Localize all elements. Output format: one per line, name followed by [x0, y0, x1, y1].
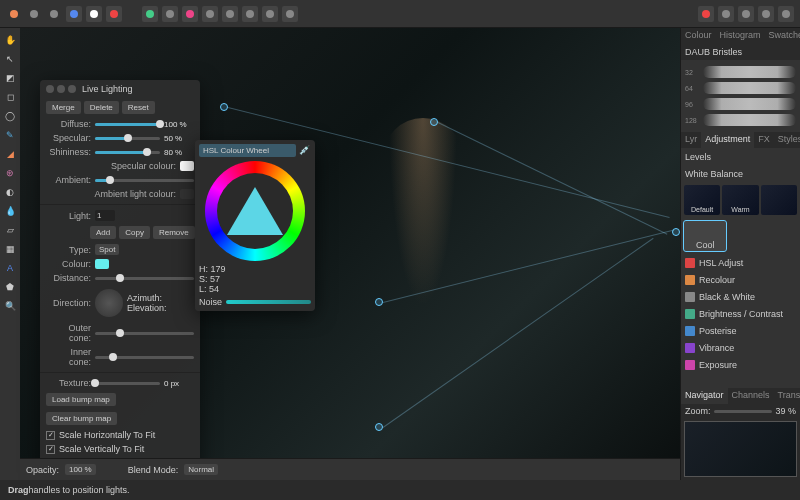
colour-mode-select[interactable]: HSL Colour Wheel — [199, 144, 296, 157]
minus-icon[interactable] — [718, 6, 734, 22]
preset-blank[interactable] — [761, 185, 797, 215]
nav-icon[interactable] — [162, 6, 178, 22]
tab-adjustment[interactable]: Adjustment — [701, 132, 754, 148]
light-handle[interactable] — [220, 103, 228, 111]
fill-tool-icon[interactable]: ◢ — [2, 146, 18, 162]
crop-tool-icon[interactable]: ◩ — [2, 70, 18, 86]
contrast-icon[interactable] — [86, 6, 102, 22]
tab-styles[interactable]: Styles — [774, 132, 800, 148]
sync-icon[interactable] — [698, 6, 714, 22]
selection-tool-icon[interactable]: ▦ — [2, 241, 18, 257]
load-bump-button[interactable]: Load bump map — [46, 393, 116, 406]
adjustment-black-white[interactable]: Black & White — [681, 288, 800, 305]
ambient-slider[interactable] — [95, 179, 194, 182]
noise-slider[interactable] — [226, 300, 311, 304]
light-index-input[interactable]: 1 — [95, 210, 115, 221]
adjustment-brightness-contrast[interactable]: Brightness / Contrast — [681, 305, 800, 322]
preset-default[interactable]: Default — [684, 185, 720, 215]
scale-h-checkbox[interactable]: ✓ — [46, 431, 55, 440]
light-handle[interactable] — [375, 298, 383, 306]
window-controls[interactable] — [46, 85, 76, 93]
clone-tool-icon[interactable]: ⊛ — [2, 165, 18, 181]
lasso-tool-icon[interactable]: ◯ — [2, 108, 18, 124]
assist-icon[interactable] — [202, 6, 218, 22]
crop-icon[interactable] — [758, 6, 774, 22]
rgb-icon[interactable] — [106, 6, 122, 22]
eraser-tool-icon[interactable]: ▱ — [2, 222, 18, 238]
clear-bump-button[interactable]: Clear bump map — [46, 412, 117, 425]
tab-colour[interactable]: Colour — [681, 28, 716, 44]
specular-slider[interactable] — [95, 137, 160, 140]
direction-control[interactable] — [95, 289, 123, 317]
light-handle[interactable] — [375, 423, 383, 431]
marquee-tool-icon[interactable]: ◻ — [2, 89, 18, 105]
add-light-button[interactable]: Add — [90, 226, 116, 239]
personas-icon[interactable] — [182, 6, 198, 22]
hand-tool-icon[interactable]: ✋ — [2, 32, 18, 48]
outer-cone-slider[interactable] — [95, 332, 194, 335]
adjustment-posterise[interactable]: Posterise — [681, 322, 800, 339]
brush-preset[interactable]: 32 — [685, 64, 796, 80]
grid-icon[interactable] — [242, 6, 258, 22]
tab-swatches[interactable]: Swatches — [765, 28, 800, 44]
circle-icon[interactable] — [26, 6, 42, 22]
blend-mode-select[interactable]: Normal — [184, 464, 218, 475]
tab-navigator[interactable]: Navigator — [681, 388, 728, 404]
navigator-preview[interactable] — [684, 421, 797, 477]
delete-button[interactable]: Delete — [84, 101, 119, 114]
app-icon[interactable] — [6, 6, 22, 22]
text-tool-icon[interactable]: A — [2, 260, 18, 276]
inner-cone-slider[interactable] — [95, 356, 194, 359]
distance-slider[interactable] — [95, 277, 194, 280]
brush-preset[interactable]: 96 — [685, 96, 796, 112]
tab-histogram[interactable]: Histogram — [716, 28, 765, 44]
tab-fx[interactable]: FX — [754, 132, 774, 148]
gradient-tool-icon[interactable]: ◐ — [2, 184, 18, 200]
zoom-tool-icon[interactable]: 🔍 — [2, 298, 18, 314]
mask-icon[interactable] — [262, 6, 278, 22]
preset-cool[interactable]: Cool — [684, 221, 726, 251]
shape-tool-icon[interactable]: ⬟ — [2, 279, 18, 295]
diffuse-slider[interactable] — [95, 123, 160, 126]
adjustment-levels[interactable]: Levels — [681, 148, 800, 165]
gear-icon[interactable] — [46, 6, 62, 22]
adjustment-vibrance[interactable]: Vibrance — [681, 339, 800, 356]
merge-button[interactable]: Merge — [46, 101, 81, 114]
preset-warm[interactable]: Warm — [722, 185, 758, 215]
share-icon[interactable] — [142, 6, 158, 22]
blur-tool-icon[interactable]: 💧 — [2, 203, 18, 219]
tab-channels[interactable]: Channels — [728, 388, 774, 404]
panel-title: Live Lighting — [82, 84, 133, 94]
eyedropper-icon[interactable]: 💉 — [299, 145, 311, 157]
adjustment-exposure[interactable]: Exposure — [681, 356, 800, 373]
snap-icon[interactable] — [222, 6, 238, 22]
brush-preset[interactable]: 128 — [685, 112, 796, 128]
light-source-handle[interactable] — [672, 228, 680, 236]
marquee-icon[interactable] — [282, 6, 298, 22]
adjustment-recolour[interactable]: Recolour — [681, 271, 800, 288]
layers-icon[interactable] — [66, 6, 82, 22]
light-colour-swatch[interactable] — [95, 259, 109, 269]
tab-lyr[interactable]: Lyr — [681, 132, 701, 148]
specular-colour-swatch[interactable] — [180, 161, 194, 171]
ambient-colour-swatch[interactable] — [180, 189, 194, 199]
zoom-slider[interactable] — [714, 410, 773, 413]
remove-light-button[interactable]: Remove — [153, 226, 195, 239]
reset-button[interactable]: Reset — [122, 101, 155, 114]
light-type-select[interactable]: Spot — [95, 244, 119, 255]
colour-wheel[interactable] — [205, 161, 305, 261]
scale-v-checkbox[interactable]: ✓ — [46, 445, 55, 454]
tab-transform[interactable]: Transform — [774, 388, 800, 404]
adjust-icon[interactable] — [738, 6, 754, 22]
adjustment-white-balance[interactable]: White Balance — [681, 165, 800, 182]
rotate-icon[interactable] — [778, 6, 794, 22]
brush-preset[interactable]: 64 — [685, 80, 796, 96]
adjustment-hsl-adjust[interactable]: HSL Adjust — [681, 254, 800, 271]
shininess-slider[interactable] — [95, 151, 160, 154]
copy-light-button[interactable]: Copy — [119, 226, 150, 239]
light-handle[interactable] — [430, 118, 438, 126]
move-tool-icon[interactable]: ↖ — [2, 51, 18, 67]
texture-slider[interactable] — [95, 382, 160, 385]
brush-tool-icon[interactable]: ✎ — [2, 127, 18, 143]
layer-opacity-select[interactable]: 100 % — [65, 464, 96, 475]
